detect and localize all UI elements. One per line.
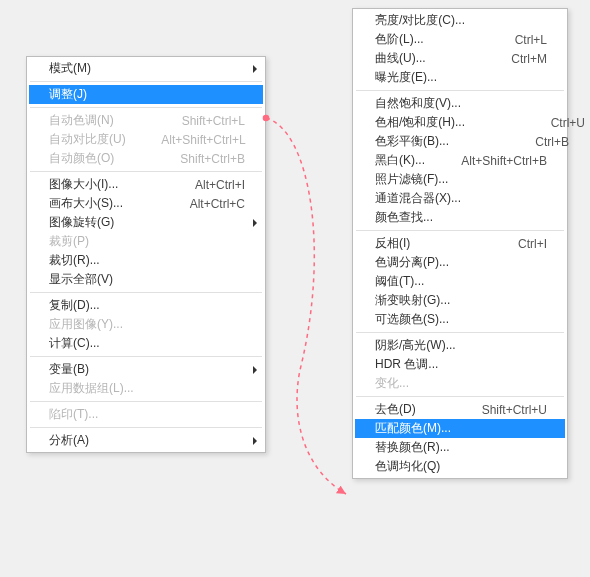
menu-separator [30, 356, 262, 357]
menu-item-label: 自动对比度(U) [49, 131, 126, 148]
image-menu-item[interactable]: 计算(C)... [29, 334, 263, 353]
submenu-arrow-icon [253, 219, 257, 227]
menu-item-label: 分析(A) [49, 432, 245, 449]
menu-item-shortcut: Alt+Shift+Ctrl+B [457, 154, 547, 168]
image-menu-item: 自动颜色(O)Shift+Ctrl+B [29, 149, 263, 168]
image-menu-item[interactable]: 变量(B) [29, 360, 263, 379]
image-menu-item: 应用图像(Y)... [29, 315, 263, 334]
image-menu-item[interactable]: 调整(J) [29, 85, 263, 104]
menu-item-label: 阈值(T)... [375, 273, 547, 290]
menu-separator [30, 107, 262, 108]
menu-item-label: 自动颜色(O) [49, 150, 125, 167]
menu-item-label: 陷印(T)... [49, 406, 245, 423]
image-menu[interactable]: 模式(M)调整(J)自动色调(N)Shift+Ctrl+L自动对比度(U)Alt… [26, 56, 266, 453]
submenu-arrow-icon [253, 437, 257, 445]
adjustments-submenu-item[interactable]: 色彩平衡(B)...Ctrl+B [355, 132, 565, 151]
menu-item-label: 通道混合器(X)... [375, 190, 547, 207]
submenu-arrow-icon [253, 366, 257, 374]
adjustments-submenu-item[interactable]: 色调均化(Q) [355, 457, 565, 476]
menu-item-label: 模式(M) [49, 60, 245, 77]
menu-separator [356, 332, 564, 333]
adjustments-submenu-item[interactable]: 通道混合器(X)... [355, 189, 565, 208]
menu-item-label: 调整(J) [49, 86, 245, 103]
menu-item-label: 反相(I) [375, 235, 427, 252]
menu-item-label: 可选颜色(S)... [375, 311, 547, 328]
menu-item-label: 计算(C)... [49, 335, 245, 352]
adjustments-submenu-item[interactable]: 阈值(T)... [355, 272, 565, 291]
image-menu-item[interactable]: 模式(M) [29, 59, 263, 78]
menu-item-label: 裁剪(P) [49, 233, 245, 250]
menu-separator [30, 81, 262, 82]
menu-item-label: 曲线(U)... [375, 50, 427, 67]
adjustments-submenu-item[interactable]: 匹配颜色(M)... [355, 419, 565, 438]
menu-item-label: 颜色查找... [375, 209, 547, 226]
menu-item-label: 应用图像(Y)... [49, 316, 245, 333]
menu-item-label: 画布大小(S)... [49, 195, 125, 212]
menu-item-label: 色彩平衡(B)... [375, 133, 449, 150]
adjustments-submenu-item[interactable]: 照片滤镜(F)... [355, 170, 565, 189]
image-menu-item: 应用数据组(L)... [29, 379, 263, 398]
menu-item-label: 变化... [375, 375, 547, 392]
menu-item-shortcut: Shift+Ctrl+U [457, 403, 547, 417]
image-menu-item: 陷印(T)... [29, 405, 263, 424]
menu-item-label: 图像旋转(G) [49, 214, 245, 231]
image-menu-item: 自动色调(N)Shift+Ctrl+L [29, 111, 263, 130]
image-menu-item[interactable]: 显示全部(V) [29, 270, 263, 289]
adjustments-submenu-item[interactable]: 替换颜色(R)... [355, 438, 565, 457]
image-menu-item[interactable]: 复制(D)... [29, 296, 263, 315]
adjustments-submenu-item[interactable]: 反相(I)Ctrl+I [355, 234, 565, 253]
image-menu-item[interactable]: 分析(A) [29, 431, 263, 450]
adjustments-submenu-item[interactable]: 曝光度(E)... [355, 68, 565, 87]
adjustments-submenu[interactable]: 亮度/对比度(C)...色阶(L)...Ctrl+L曲线(U)...Ctrl+M… [352, 8, 568, 479]
adjustments-submenu-item[interactable]: 渐变映射(G)... [355, 291, 565, 310]
menu-separator [30, 171, 262, 172]
adjustments-submenu-item[interactable]: 色阶(L)...Ctrl+L [355, 30, 565, 49]
menu-item-label: 应用数据组(L)... [49, 380, 245, 397]
menu-separator [30, 401, 262, 402]
adjustments-submenu-item[interactable]: 颜色查找... [355, 208, 565, 227]
menu-separator [356, 230, 564, 231]
menu-item-label: 匹配颜色(M)... [375, 420, 547, 437]
menu-item-shortcut: Ctrl+L [457, 33, 547, 47]
menu-item-label: 替换颜色(R)... [375, 439, 547, 456]
image-menu-item[interactable]: 裁切(R)... [29, 251, 263, 270]
menu-item-shortcut: Ctrl+B [479, 135, 569, 149]
menu-item-shortcut: Alt+Shift+Ctrl+L [156, 133, 246, 147]
menu-separator [356, 396, 564, 397]
adjustments-submenu-item[interactable]: 黑白(K)...Alt+Shift+Ctrl+B [355, 151, 565, 170]
menu-separator [30, 427, 262, 428]
menu-item-label: 复制(D)... [49, 297, 245, 314]
adjustments-submenu-item[interactable]: 色调分离(P)... [355, 253, 565, 272]
adjustments-submenu-item[interactable]: 去色(D)Shift+Ctrl+U [355, 400, 565, 419]
menu-item-label: HDR 色调... [375, 356, 547, 373]
menu-item-label: 裁切(R)... [49, 252, 245, 269]
adjustments-submenu-item[interactable]: 曲线(U)...Ctrl+M [355, 49, 565, 68]
menu-item-label: 变量(B) [49, 361, 245, 378]
menu-item-label: 阴影/高光(W)... [375, 337, 547, 354]
image-menu-item[interactable]: 画布大小(S)...Alt+Ctrl+C [29, 194, 263, 213]
menu-item-label: 照片滤镜(F)... [375, 171, 547, 188]
menu-item-shortcut: Ctrl+U [495, 116, 585, 130]
image-menu-item: 自动对比度(U)Alt+Shift+Ctrl+L [29, 130, 263, 149]
adjustments-submenu-item[interactable]: 自然饱和度(V)... [355, 94, 565, 113]
menu-item-shortcut: Shift+Ctrl+B [155, 152, 245, 166]
menu-item-label: 色调均化(Q) [375, 458, 547, 475]
menu-separator [30, 292, 262, 293]
menu-item-label: 去色(D) [375, 401, 427, 418]
menu-item-label: 黑白(K)... [375, 152, 427, 169]
adjustments-submenu-item[interactable]: 色相/饱和度(H)...Ctrl+U [355, 113, 565, 132]
menu-item-shortcut: Ctrl+I [457, 237, 547, 251]
menu-item-shortcut: Shift+Ctrl+L [155, 114, 245, 128]
menu-item-label: 色阶(L)... [375, 31, 427, 48]
adjustments-submenu-item[interactable]: 可选颜色(S)... [355, 310, 565, 329]
adjustments-submenu-item[interactable]: HDR 色调... [355, 355, 565, 374]
adjustments-submenu-item[interactable]: 亮度/对比度(C)... [355, 11, 565, 30]
submenu-arrow-icon [253, 65, 257, 73]
menu-item-label: 图像大小(I)... [49, 176, 125, 193]
image-menu-item[interactable]: 图像旋转(G) [29, 213, 263, 232]
adjustments-submenu-item[interactable]: 阴影/高光(W)... [355, 336, 565, 355]
menu-item-label: 自然饱和度(V)... [375, 95, 547, 112]
adjustments-submenu-item: 变化... [355, 374, 565, 393]
menu-item-label: 亮度/对比度(C)... [375, 12, 547, 29]
image-menu-item[interactable]: 图像大小(I)...Alt+Ctrl+I [29, 175, 263, 194]
